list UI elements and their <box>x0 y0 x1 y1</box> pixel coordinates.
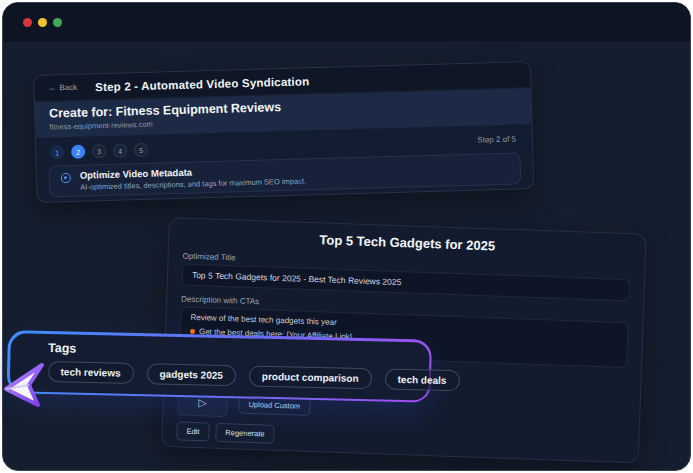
edit-button[interactable]: Edit <box>176 421 210 441</box>
step-circle[interactable]: 4 <box>113 143 127 157</box>
wizard-panel: ← Back Step 2 - Automated Video Syndicat… <box>33 61 534 203</box>
traffic-light-zoom-icon[interactable] <box>53 18 62 27</box>
back-button[interactable]: ← Back <box>48 83 77 93</box>
target-icon <box>61 173 71 183</box>
step-circle[interactable]: 2 <box>71 145 85 159</box>
play-icon: ▷ <box>198 397 207 408</box>
step-circle[interactable]: 1 <box>50 145 64 159</box>
cursor-arrow-icon <box>0 358 52 412</box>
regenerate-button[interactable]: Regenerate <box>215 423 275 444</box>
wizard-title: Step 2 - Automated Video Syndication <box>95 75 309 93</box>
traffic-light-close-icon[interactable] <box>23 18 32 27</box>
tag-pill[interactable]: product comparison <box>249 365 372 389</box>
step-circle[interactable]: 3 <box>92 144 106 158</box>
back-button-label: Back <box>59 83 77 92</box>
tag-pill[interactable]: tech deals <box>384 368 459 391</box>
feature-text: Optimize Video Metadata AI-optimized tit… <box>80 163 306 191</box>
tags-label: Tags <box>48 340 77 355</box>
step-counter: Step 2 of 5 <box>477 135 516 145</box>
tags-list: tech reviews gadgets 2025 product compar… <box>47 360 459 390</box>
tag-pill[interactable]: tech reviews <box>47 360 134 383</box>
metadata-feature-card: Optimize Video Metadata AI-optimized tit… <box>49 152 522 197</box>
description-line-text: Review of the best tech gadgets this yea… <box>190 313 337 327</box>
editor-actions: Edit Regenerate <box>176 421 275 443</box>
window-titlebar <box>3 3 690 43</box>
tags-callout-body: Tags tech reviews gadgets 2025 product c… <box>9 333 429 400</box>
page-root: ← Back Step 2 - Automated Video Syndicat… <box>0 0 693 473</box>
tags-callout: Tags tech reviews gadgets 2025 product c… <box>7 330 432 403</box>
tag-pill[interactable]: gadgets 2025 <box>146 363 236 386</box>
step-circle[interactable]: 5 <box>134 143 148 157</box>
traffic-light-minimize-icon[interactable] <box>38 18 47 27</box>
back-arrow-icon: ← <box>48 83 56 92</box>
